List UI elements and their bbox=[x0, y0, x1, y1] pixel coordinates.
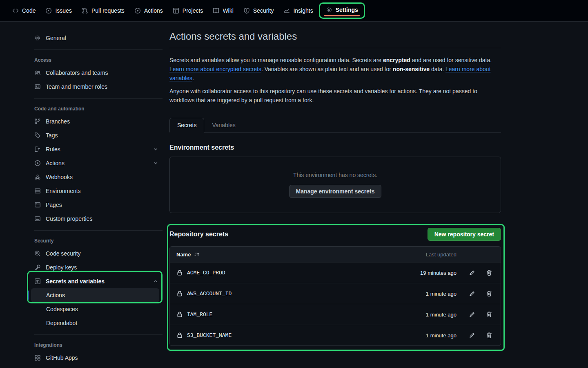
sidebar-item-label: Actions bbox=[46, 160, 65, 166]
sidebar-subitem-dependabot[interactable]: Dependabot bbox=[31, 316, 159, 330]
secret-actions bbox=[457, 290, 494, 297]
column-header-name[interactable]: Name bbox=[176, 251, 399, 258]
tab-variables[interactable]: Variables bbox=[204, 118, 243, 132]
column-header-last-updated: Last updated bbox=[399, 251, 457, 258]
apps-icon bbox=[34, 355, 41, 361]
nav-tab-label: Wiki bbox=[223, 7, 233, 14]
new-repository-secret-button[interactable]: New repository secret bbox=[428, 228, 501, 241]
sidebar-item-label: Tags bbox=[46, 132, 58, 139]
nav-tab-label: Code bbox=[22, 7, 36, 14]
delete-trash-icon[interactable] bbox=[486, 290, 492, 297]
manage-environment-secrets-button[interactable]: Manage environment secrets bbox=[289, 185, 382, 198]
edit-pencil-icon[interactable] bbox=[469, 290, 475, 297]
secret-name-cell: ACME_CO_PROD bbox=[176, 269, 399, 276]
lock-icon bbox=[176, 269, 183, 276]
intro-paragraph: Secrets and variables allow you to manag… bbox=[169, 56, 501, 83]
sidebar-item-branches[interactable]: Branches bbox=[26, 114, 163, 128]
nav-tab-label: Actions bbox=[144, 7, 163, 14]
lock-icon bbox=[176, 332, 183, 339]
sidebar-item-custom-properties[interactable]: Custom properties bbox=[26, 212, 163, 226]
secret-name: AWS_ACCOUNT_ID bbox=[187, 291, 232, 297]
nav-tab-code[interactable]: Code bbox=[7, 4, 40, 17]
sidebar-item-team-roles[interactable]: Team and member roles bbox=[26, 80, 163, 94]
repository-secrets-header: Repository secrets New repository secret bbox=[169, 228, 501, 241]
shield-icon bbox=[243, 7, 250, 14]
secret-row: AWS_ACCOUNT_ID 1 minute ago bbox=[170, 283, 501, 304]
sidebar-item-tags[interactable]: Tags bbox=[26, 128, 163, 142]
environment-empty-text: This environment has no secrets. bbox=[293, 172, 377, 178]
sidebar-divider bbox=[34, 98, 163, 99]
id-badge-icon bbox=[34, 83, 41, 90]
secret-last-updated: 19 minutes ago bbox=[399, 270, 457, 276]
nav-tab-label: Pull requests bbox=[91, 7, 125, 14]
edit-pencil-icon[interactable] bbox=[469, 269, 475, 276]
sidebar-item-code-security[interactable]: Code security bbox=[26, 247, 163, 260]
sidebar-item-deploy-keys[interactable]: Deploy keys bbox=[26, 260, 163, 274]
intro-text: and are used for sensitive data. bbox=[410, 57, 492, 63]
table-header-row: Name Last updated bbox=[170, 247, 501, 262]
nav-tab-actions[interactable]: Actions bbox=[129, 4, 168, 17]
tag-icon bbox=[34, 132, 41, 139]
nav-tab-label: Insights bbox=[293, 7, 313, 14]
sidebar-item-collaborators[interactable]: Collaborators and teams bbox=[26, 66, 163, 80]
nav-tab-label: Settings bbox=[336, 7, 358, 13]
sidebar-item-label: GitHub Apps bbox=[46, 355, 78, 361]
sidebar-item-label: Code security bbox=[46, 250, 81, 257]
play-circle-icon bbox=[34, 160, 41, 166]
intro-text: . bbox=[192, 75, 194, 81]
sidebar-subitem-label: Dependabot bbox=[46, 320, 77, 326]
book-icon bbox=[213, 7, 219, 14]
secret-name-cell: IAM_ROLE bbox=[176, 311, 399, 318]
nav-tab-projects[interactable]: Projects bbox=[168, 4, 208, 17]
title-divider bbox=[169, 48, 501, 48]
delete-trash-icon[interactable] bbox=[486, 311, 492, 318]
key-icon bbox=[34, 264, 41, 271]
intro-text: . Variables are shown as plain text and … bbox=[261, 66, 393, 72]
sidebar-item-github-apps[interactable]: GitHub Apps bbox=[26, 351, 163, 365]
nav-tab-settings[interactable]: Settings bbox=[326, 7, 358, 13]
sidebar-subitem-label: Actions bbox=[46, 292, 65, 298]
secret-actions bbox=[457, 311, 494, 318]
nav-tab-label: Security bbox=[253, 7, 274, 14]
repository-secrets-table: Name Last updated ACME_CO_PROD 19 minute… bbox=[169, 246, 501, 346]
sidebar-subitem-codespaces[interactable]: Codespaces bbox=[31, 302, 159, 316]
delete-trash-icon[interactable] bbox=[486, 269, 492, 276]
sidebar-item-email-notifications[interactable]: Email notifications bbox=[26, 365, 163, 368]
repo-tab-bar: Code Issues Pull requests Actions Projec… bbox=[0, 0, 588, 22]
intro-text: data. bbox=[430, 66, 445, 72]
edit-pencil-icon[interactable] bbox=[469, 332, 475, 339]
sidebar-item-actions[interactable]: Actions bbox=[26, 156, 163, 170]
sidebar-item-label: Deploy keys bbox=[46, 264, 77, 271]
note-icon bbox=[34, 215, 41, 222]
edit-pencil-icon[interactable] bbox=[469, 311, 475, 318]
sidebar-item-pages[interactable]: Pages bbox=[26, 198, 163, 212]
sidebar-divider bbox=[34, 230, 163, 231]
secret-row: S3_BUCKET_NAME 1 minute ago bbox=[170, 325, 501, 346]
nav-tab-pull-requests[interactable]: Pull requests bbox=[77, 4, 129, 17]
sidebar-item-environments[interactable]: Environments bbox=[26, 184, 163, 198]
sidebar-item-secrets-and-variables[interactable]: Secrets and variables bbox=[26, 274, 163, 288]
nav-tab-label: Projects bbox=[183, 7, 203, 14]
kebab-asterisk-icon bbox=[34, 278, 41, 285]
tab-secrets[interactable]: Secrets bbox=[169, 118, 204, 132]
sidebar-item-label: Pages bbox=[46, 202, 62, 208]
link-encrypted-secrets[interactable]: Learn more about encrypted secrets bbox=[169, 66, 261, 72]
sidebar-item-general[interactable]: General bbox=[26, 31, 163, 45]
sidebar-section-integrations: Integrations bbox=[26, 339, 163, 351]
chevron-down-icon bbox=[153, 160, 158, 166]
sidebar-item-webhooks[interactable]: Webhooks bbox=[26, 170, 163, 184]
nav-tab-wiki[interactable]: Wiki bbox=[208, 4, 238, 17]
sidebar-subitem-actions[interactable]: Actions bbox=[31, 288, 159, 302]
browser-icon bbox=[34, 202, 41, 208]
table-icon bbox=[173, 7, 179, 14]
active-item-indicator bbox=[27, 290, 29, 300]
lock-icon bbox=[176, 290, 183, 297]
secret-row: IAM_ROLE 1 minute ago bbox=[170, 304, 501, 325]
delete-trash-icon[interactable] bbox=[486, 332, 492, 339]
nav-tab-issues[interactable]: Issues bbox=[40, 4, 76, 17]
nav-tab-insights[interactable]: Insights bbox=[278, 4, 318, 17]
sidebar-item-rules[interactable]: Rules bbox=[26, 142, 163, 156]
secrets-variables-tabnav: Secrets Variables bbox=[169, 118, 501, 132]
nav-tab-security[interactable]: Security bbox=[238, 4, 279, 17]
secret-row: ACME_CO_PROD 19 minutes ago bbox=[170, 262, 501, 283]
